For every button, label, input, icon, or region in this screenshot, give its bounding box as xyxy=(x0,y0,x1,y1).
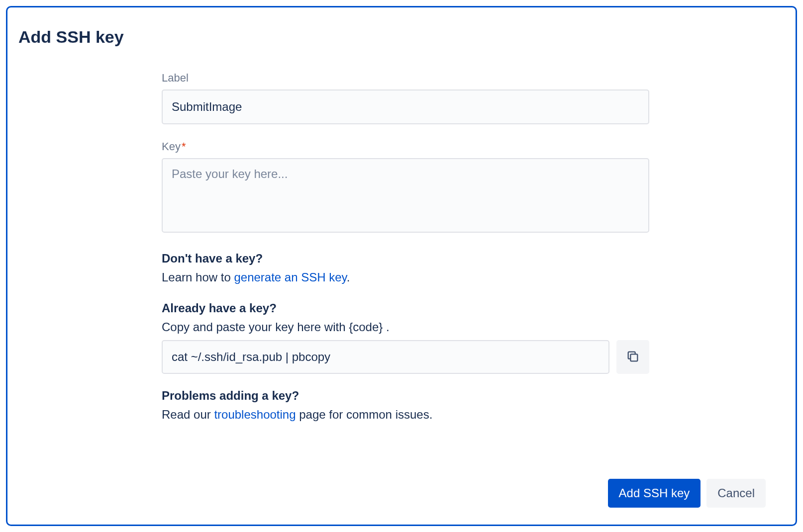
label-input[interactable] xyxy=(162,89,649,124)
generate-ssh-key-link[interactable]: generate an SSH key xyxy=(234,270,346,284)
help-problems-prefix: Read our xyxy=(162,408,214,421)
dialog-footer: Add SSH key Cancel xyxy=(608,479,766,508)
help-no-key: Don't have a key? Learn how to generate … xyxy=(162,252,649,286)
label-field-label: Label xyxy=(162,72,649,85)
add-ssh-key-dialog: Add SSH key Label Key* Don't have a key?… xyxy=(6,6,797,526)
copy-button[interactable] xyxy=(616,340,649,374)
add-ssh-key-button[interactable]: Add SSH key xyxy=(608,479,701,508)
svg-rect-0 xyxy=(630,354,637,361)
help-no-key-prefix: Learn how to xyxy=(162,270,234,284)
key-field-label: Key* xyxy=(162,140,649,153)
help-no-key-text: Learn how to generate an SSH key. xyxy=(162,268,649,286)
help-have-key-text: Copy and paste your key here with {code}… xyxy=(162,318,649,336)
help-problems-heading: Problems adding a key? xyxy=(162,389,649,403)
form-area: Label Key* Don't have a key? Learn how t… xyxy=(162,72,649,424)
dialog-title: Add SSH key xyxy=(18,27,785,47)
code-row: cat ~/.ssh/id_rsa.pub | pbcopy xyxy=(162,340,649,374)
help-no-key-heading: Don't have a key? xyxy=(162,252,649,266)
key-label-text: Key xyxy=(162,140,181,153)
help-problems-text: Read our troubleshooting page for common… xyxy=(162,406,649,424)
help-have-key: Already have a key? Copy and paste your … xyxy=(162,301,649,374)
help-problems: Problems adding a key? Read our troubles… xyxy=(162,389,649,424)
troubleshooting-link[interactable]: troubleshooting xyxy=(214,408,296,421)
help-have-key-heading: Already have a key? xyxy=(162,301,649,315)
required-asterisk: * xyxy=(182,140,186,153)
code-snippet: cat ~/.ssh/id_rsa.pub | pbcopy xyxy=(162,340,609,374)
help-no-key-suffix: . xyxy=(347,270,350,284)
copy-icon xyxy=(626,350,640,365)
key-textarea[interactable] xyxy=(162,158,649,233)
cancel-button[interactable]: Cancel xyxy=(706,479,766,508)
help-problems-suffix: page for common issues. xyxy=(296,408,433,421)
